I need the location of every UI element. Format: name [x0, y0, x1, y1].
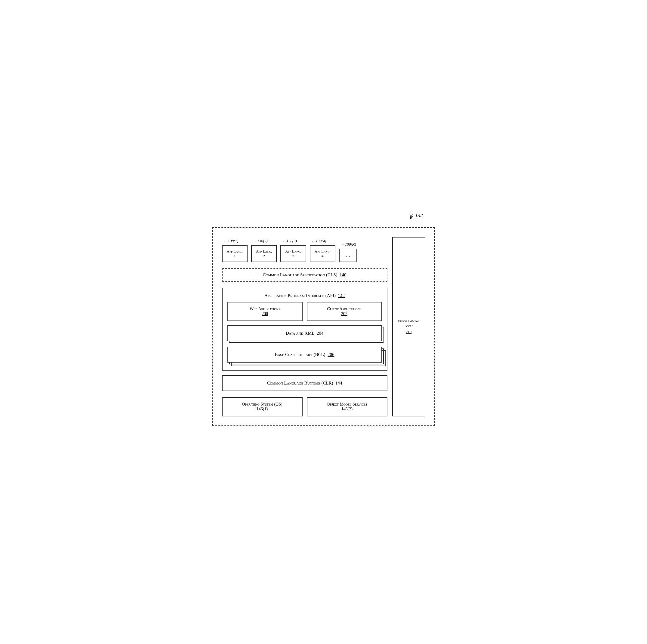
- app-lang-2-label: App Lang.: [256, 249, 272, 253]
- app-lang-3-box: App Lang. 3: [280, 245, 306, 262]
- prog-tools-ref: 210: [406, 329, 412, 334]
- arrow-132: ↙: [409, 214, 415, 221]
- outer-dashed-box: 130(1) App Lang. 1 130(2) App Lang. 2 13…: [212, 227, 435, 426]
- os-ref: 146(1): [257, 407, 268, 411]
- client-apps-label: Client Applications: [327, 307, 362, 311]
- object-model-label: Object Model Services: [327, 402, 367, 406]
- app-lang-2-num: 2: [263, 254, 265, 258]
- os-label: Operating System (OS): [242, 402, 282, 406]
- bcl-box: Base Class Library (BCL) 206: [227, 347, 382, 363]
- bcl-label: Base Class Library (BCL): [275, 352, 325, 357]
- bcl-wrapper: Base Class Library (BCL) 206: [227, 347, 382, 363]
- diagram: 132 ↙ 130(1) App Lang. 1 130(2) App Lang…: [206, 212, 441, 432]
- api-title: Application Program Interface (API) 142: [227, 293, 382, 298]
- app-lang-3-num: 3: [292, 254, 294, 258]
- app-lang-4-label: App Lang.: [315, 249, 331, 253]
- ref-130-k: 130(K): [341, 242, 356, 247]
- app-lang-2-wrapper: 130(2) App Lang. 2: [251, 245, 277, 262]
- web-applications-box: Web Applications 200: [227, 302, 303, 321]
- client-applications-box: Client Applications 202: [307, 302, 382, 321]
- ellipsis-symbol: ...: [346, 252, 350, 258]
- ref-130-2: 130(2): [254, 239, 268, 244]
- app-lang-3-label: App Lang.: [285, 249, 301, 253]
- object-model-ref: 146(2): [341, 407, 353, 411]
- web-apps-label: Web Applications: [249, 307, 280, 311]
- app-lang-2-box: App Lang. 2: [251, 245, 277, 262]
- programming-tools-box: ProgrammingTools 210: [392, 237, 425, 416]
- data-xml-ref: 204: [317, 331, 324, 335]
- app-lang-1-num: 1: [234, 254, 236, 258]
- clr-box: Common Language Runtime (CLR) 144: [222, 375, 387, 391]
- app-lang-1-wrapper: 130(1) App Lang. 1: [222, 245, 247, 262]
- api-ref: 142: [338, 293, 345, 298]
- app-lang-1-box: App Lang. 1: [222, 245, 247, 262]
- os-box: Operating System (OS) 146(1): [222, 397, 303, 416]
- ref-130-1: 130(1): [224, 239, 238, 244]
- web-apps-ref: 200: [262, 312, 268, 316]
- app-lang-k-wrapper: 130(K) ...: [339, 249, 357, 262]
- data-xml-box: Data and XML 204: [227, 325, 382, 341]
- main-content: 130(1) App Lang. 1 130(2) App Lang. 2 13…: [222, 237, 387, 416]
- data-xml-wrapper: Data and XML 204: [227, 325, 382, 341]
- app-lang-4-wrapper: 130(4) App Lang. 4: [310, 245, 335, 262]
- bottom-row: Operating System (OS) 146(1) Object Mode…: [222, 397, 387, 416]
- ref-130-4: 130(4): [312, 239, 327, 244]
- app-lang-3-wrapper: 130(3) App Lang. 3: [280, 245, 306, 262]
- api-inner-row: Web Applications 200 Client Applications…: [227, 302, 382, 321]
- app-lang-1-label: App Lang.: [227, 249, 243, 253]
- app-lang-4-num: 4: [321, 254, 324, 258]
- prog-tools-label: ProgrammingTools: [398, 319, 419, 328]
- app-lang-ellipsis-box: ...: [339, 249, 357, 262]
- cls-box: Common Language Specification (CLS) 140: [222, 268, 387, 282]
- bcl-ref: 206: [328, 352, 335, 357]
- api-box: Application Program Interface (API) 142 …: [222, 288, 387, 371]
- data-xml-label: Data and XML: [286, 331, 314, 335]
- object-model-box: Object Model Services 146(2): [307, 397, 387, 416]
- clr-label: Common Language Runtime (CLR): [267, 381, 333, 386]
- clr-ref: 144: [335, 381, 342, 386]
- ref-130-3: 130(3): [283, 239, 297, 244]
- cls-label: Common Language Specification (CLS): [263, 272, 338, 277]
- client-apps-ref: 202: [341, 312, 347, 316]
- app-lang-row: 130(1) App Lang. 1 130(2) App Lang. 2 13…: [222, 237, 387, 262]
- app-lang-4-box: App Lang. 4: [310, 245, 335, 262]
- cls-ref: 140: [340, 272, 347, 277]
